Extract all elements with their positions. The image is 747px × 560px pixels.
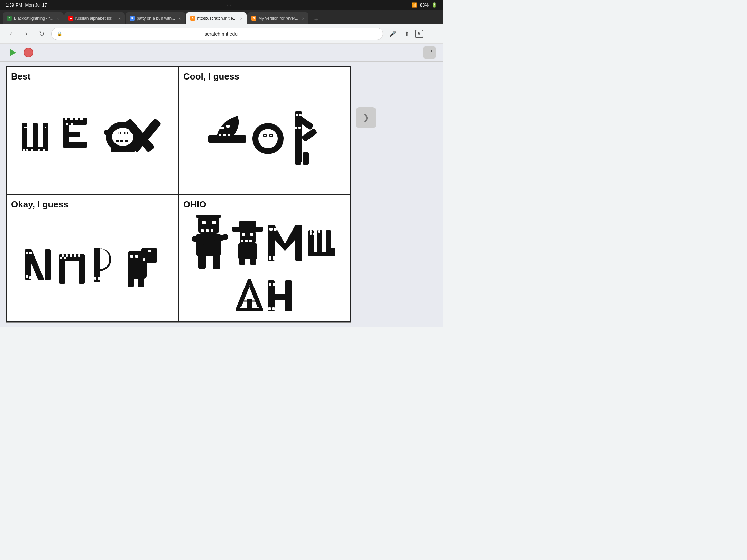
svg-rect-19 [75, 117, 78, 120]
tab-label-4: https://scratch.mit.e... [197, 16, 237, 21]
svg-rect-127 [313, 233, 315, 235]
svg-rect-47 [264, 135, 266, 136]
svg-rect-9 [26, 149, 28, 151]
svg-rect-128 [310, 230, 312, 233]
svg-rect-131 [322, 230, 324, 233]
svg-rect-142 [268, 307, 271, 310]
time-display: 1:39 PM [6, 2, 22, 8]
svg-rect-118 [274, 228, 277, 231]
svg-rect-59 [45, 249, 51, 280]
url-bar[interactable]: 🔒 scratch.mit.edu [51, 28, 383, 40]
svg-rect-55 [299, 114, 302, 116]
svg-rect-130 [318, 230, 320, 233]
svg-rect-36 [125, 140, 128, 142]
char-n-ohio [266, 277, 294, 315]
back-button[interactable]: ‹ [6, 28, 17, 39]
char-ohio-2 [232, 220, 263, 265]
battery-display: 83% [420, 2, 429, 8]
tab-favicon-2: ▶ [68, 16, 73, 21]
menu-dots: ··· [227, 3, 232, 7]
svg-rect-48 [270, 135, 272, 136]
tier-best-title: Best [11, 71, 174, 82]
share-button[interactable]: ⬆ [401, 28, 412, 39]
svg-rect-87 [138, 275, 144, 287]
svg-rect-69 [64, 257, 66, 259]
tab-favicon-4: S [190, 16, 195, 21]
tier-okay: Okay, I guess [6, 194, 178, 322]
svg-rect-73 [74, 254, 76, 257]
svg-rect-86 [128, 275, 134, 287]
svg-rect-123 [326, 230, 331, 254]
svg-rect-29 [134, 130, 141, 135]
svg-rect-11 [38, 149, 40, 151]
date-display: Mon Jul 17 [25, 2, 47, 8]
char-r [90, 244, 118, 286]
new-tab-button[interactable]: + [311, 15, 322, 24]
svg-rect-72 [70, 254, 72, 257]
char-ohio-1 [191, 215, 229, 270]
svg-rect-2 [33, 123, 38, 151]
svg-rect-124 [308, 252, 331, 256]
svg-rect-28 [104, 130, 111, 135]
url-text: scratch.mit.edu [65, 31, 377, 37]
svg-rect-12 [43, 149, 45, 151]
tier-cool-chars [183, 85, 346, 189]
tab-scratch-active[interactable]: S https://scratch.mit.e... × [186, 12, 247, 24]
fullscreen-button[interactable] [423, 46, 436, 59]
svg-rect-24 [111, 146, 119, 152]
next-icon: ❯ [362, 113, 369, 122]
flag-button[interactable] [7, 46, 19, 59]
tier-grid: Best [6, 66, 351, 322]
char-o [251, 116, 285, 158]
tab-label-5: My version for rever... [258, 16, 298, 21]
svg-rect-35 [120, 140, 123, 142]
tier-best-chars [11, 85, 174, 189]
tab-youtube[interactable]: ▶ russian alphabet lor... × [64, 12, 125, 24]
svg-rect-111 [241, 240, 243, 242]
svg-rect-70 [62, 254, 64, 257]
tab-close-2[interactable]: × [118, 16, 121, 21]
next-button[interactable]: ❯ [356, 107, 376, 128]
microphone-button[interactable]: 🎤 [387, 28, 398, 39]
svg-rect-8 [23, 149, 25, 151]
tier-okay-title: Okay, I guess [11, 199, 174, 210]
svg-rect-17 [65, 117, 67, 120]
tab-close-4[interactable]: × [240, 16, 243, 21]
svg-rect-53 [303, 152, 309, 165]
svg-rect-117 [269, 228, 273, 231]
svg-rect-33 [125, 132, 127, 134]
svg-rect-22 [71, 123, 73, 125]
status-bar: 1:39 PM Mon Jul 17 ··· 📶 83% 🔋 [0, 0, 443, 10]
svg-rect-141 [273, 283, 275, 286]
forward-button[interactable]: › [21, 28, 32, 39]
wifi-icon: 📶 [412, 2, 417, 8]
svg-rect-109 [242, 233, 245, 236]
svg-rect-16 [63, 118, 69, 148]
tab-close-3[interactable]: × [178, 16, 181, 21]
lock-icon: 🔒 [57, 31, 62, 36]
svg-rect-79 [98, 277, 100, 280]
tab-blackcat[interactable]: Z Blackcatlightning - f... × [3, 12, 64, 24]
svg-rect-52 [295, 152, 301, 165]
tab-google[interactable]: G patty on a bun with... × [126, 12, 185, 24]
tab-close-1[interactable]: × [57, 16, 59, 21]
svg-rect-34 [116, 140, 119, 142]
reload-button[interactable]: ↻ [36, 28, 47, 39]
char-sh [19, 116, 53, 158]
tab-scratch-2[interactable]: S My version for rever... × [247, 12, 308, 24]
tab-close-5[interactable]: × [302, 16, 305, 21]
char-ya [121, 241, 162, 289]
tab-favicon-5: S [251, 16, 256, 21]
svg-rect-42 [228, 134, 230, 136]
svg-rect-21 [66, 123, 68, 125]
tab-count-badge[interactable]: 5 [415, 30, 423, 38]
svg-rect-39 [226, 125, 230, 128]
svg-rect-104 [239, 221, 256, 228]
svg-rect-56 [295, 127, 297, 129]
svg-rect-10 [31, 149, 33, 151]
svg-rect-57 [298, 127, 301, 129]
stop-button[interactable] [24, 48, 33, 57]
svg-rect-41 [223, 134, 226, 136]
more-options-button[interactable]: ··· [426, 28, 437, 39]
svg-rect-20 [80, 117, 83, 120]
